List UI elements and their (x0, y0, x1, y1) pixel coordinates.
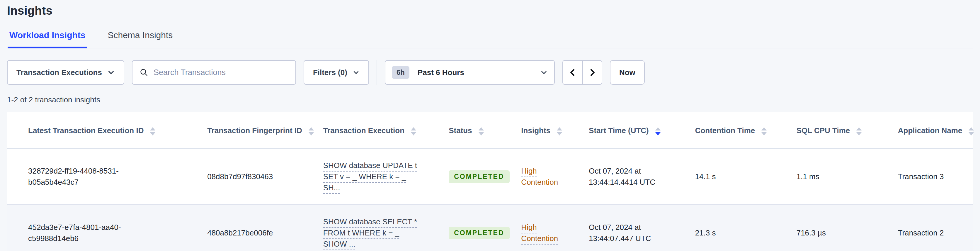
status-badge: COMPLETED (449, 227, 509, 239)
cell-fingerprint-id: 08d8b7d97f830463 (200, 149, 316, 205)
sort-asc-icon (150, 127, 155, 131)
column-header-label: Insights (521, 126, 550, 139)
table-row[interactable]: 452da3e7-e7fa-4801-aa40-c59988d14eb6 480… (7, 205, 973, 251)
cell-start-time: Oct 07, 2024 at 13:44:14.4414 UTC (582, 149, 688, 205)
column-header-label: Contention Time (695, 126, 755, 139)
chevron-down-icon (107, 69, 115, 76)
sort-desc-icon (411, 132, 416, 136)
previous-time-window-button[interactable] (563, 61, 582, 84)
chevron-down-icon (353, 69, 360, 76)
cell-latest-execution-id: 452da3e7-e7fa-4801-aa40-c59988d14eb6 (7, 205, 200, 251)
time-range-label: Past 6 Hours (418, 68, 540, 77)
sort-asc-icon (761, 127, 767, 131)
column-header[interactable]: Status (442, 112, 514, 149)
sort-asc-icon (655, 127, 660, 131)
sort-asc-icon (309, 127, 314, 131)
toolbar: Transaction Executions Filters (0) 6h Pa… (7, 60, 973, 85)
transaction-execution-link[interactable]: SHOW database SELECT * FROM t WHERE k = … (323, 216, 420, 249)
sort-asc-icon (969, 127, 974, 131)
sort-icons[interactable] (150, 127, 155, 136)
column-header[interactable]: Transaction Fingerprint ID (200, 112, 316, 149)
column-header-label: Transaction Execution (323, 126, 404, 139)
column-header-label: Start Time (UTC) (589, 126, 649, 139)
cell-transaction-execution: SHOW database UPDATE t SET v = _ WHERE k… (316, 149, 442, 205)
now-button[interactable]: Now (610, 60, 645, 85)
time-window-pager (562, 60, 602, 85)
sort-desc-icon (761, 132, 767, 136)
sort-desc-icon (309, 132, 314, 136)
cell-transaction-execution: SHOW database SELECT * FROM t WHERE k = … (316, 205, 442, 251)
search-box[interactable] (132, 60, 296, 85)
column-header[interactable]: Transaction Execution (316, 112, 442, 149)
table-body: 328729d2-ff19-4408-8531-b05a5b4e43c7 08d… (7, 149, 973, 251)
column-header-label: Application Name (898, 126, 963, 139)
insight-type-dropdown[interactable]: Transaction Executions (7, 60, 124, 85)
tab-schema-insights[interactable]: Schema Insights (106, 30, 174, 48)
sort-asc-icon (411, 127, 416, 131)
sort-icons[interactable] (479, 127, 484, 136)
insight-link[interactable]: High Contention (521, 222, 565, 244)
transaction-execution-link[interactable]: SHOW database UPDATE t SET v = _ WHERE k… (323, 160, 420, 193)
sort-desc-icon (969, 132, 974, 136)
column-header-label: Latest Transaction Execution ID (28, 126, 143, 139)
next-time-window-button[interactable] (582, 61, 601, 84)
column-header-label: Status (449, 126, 472, 139)
tab-workload-insights[interactable]: Workload Insights (8, 30, 87, 48)
column-header-label: Transaction Fingerprint ID (207, 126, 302, 139)
status-badge: COMPLETED (449, 170, 509, 183)
cell-contention-time: 21.3 s (688, 205, 789, 251)
cell-fingerprint-id: 480a8b217be006fe (200, 205, 316, 251)
sort-icons[interactable] (411, 127, 416, 136)
transaction-insights-table: Latest Transaction Execution ID Transact… (7, 112, 973, 251)
search-input[interactable] (154, 68, 288, 77)
cell-status: COMPLETED (442, 149, 514, 205)
cell-latest-execution-id: 328729d2-ff19-4408-8531-b05a5b4e43c7 (7, 149, 200, 205)
sort-icons[interactable] (969, 127, 974, 136)
cell-start-time: Oct 07, 2024 at 13:44:07.447 UTC (582, 205, 688, 251)
chevron-down-icon (540, 69, 548, 76)
cell-sql-cpu-time: 1.1 ms (789, 149, 891, 205)
insight-type-dropdown-label: Transaction Executions (16, 68, 102, 77)
column-header[interactable]: Insights (514, 112, 582, 149)
toolbar-divider (377, 60, 377, 85)
insights-table-card: Latest Transaction Execution ID Transact… (7, 112, 973, 251)
cell-insights: High Contention (514, 149, 582, 205)
column-header[interactable]: Contention Time (688, 112, 789, 149)
sort-asc-icon (856, 127, 862, 131)
cell-application-name: Transaction 3 (891, 149, 973, 205)
column-header[interactable]: Application Name (891, 112, 973, 149)
sort-desc-icon (150, 132, 155, 136)
filters-button-label: Filters (0) (313, 68, 347, 77)
sort-desc-icon (655, 132, 660, 136)
time-range-picker[interactable]: 6h Past 6 Hours (385, 60, 555, 85)
column-header[interactable]: Start Time (UTC) (582, 112, 688, 149)
time-range-badge: 6h (392, 66, 409, 79)
sort-desc-icon (856, 132, 862, 136)
cell-contention-time: 14.1 s (688, 149, 789, 205)
sort-icons[interactable] (856, 127, 862, 136)
cell-insights: High Contention (514, 205, 582, 251)
cell-application-name: Transaction 2 (891, 205, 973, 251)
chevron-left-icon (568, 68, 577, 77)
sort-asc-icon (557, 127, 562, 131)
sort-desc-icon (557, 132, 562, 136)
column-header[interactable]: SQL CPU Time (789, 112, 891, 149)
table-row[interactable]: 328729d2-ff19-4408-8531-b05a5b4e43c7 08d… (7, 149, 973, 205)
filters-button[interactable]: Filters (0) (304, 60, 369, 85)
chevron-right-icon (588, 68, 597, 77)
sort-desc-icon (479, 132, 484, 136)
column-header-label: SQL CPU Time (797, 126, 850, 139)
table-header-row: Latest Transaction Execution ID Transact… (7, 112, 973, 149)
sort-icons[interactable] (761, 127, 767, 136)
sort-icons[interactable] (557, 127, 562, 136)
insight-link[interactable]: High Contention (521, 165, 565, 188)
search-icon (140, 68, 148, 77)
sort-asc-icon (479, 127, 484, 131)
page-title: Insights (7, 4, 973, 17)
column-header[interactable]: Latest Transaction Execution ID (7, 112, 200, 149)
insights-page: Insights Workload Insights Schema Insigh… (0, 0, 980, 251)
cell-sql-cpu-time: 716.3 µs (789, 205, 891, 251)
sort-icons[interactable] (655, 127, 660, 136)
tab-bar: Workload Insights Schema Insights (7, 30, 973, 48)
sort-icons[interactable] (309, 127, 314, 136)
